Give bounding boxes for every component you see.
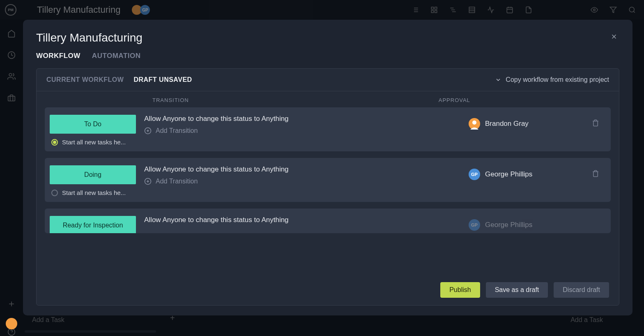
svg-marker-21: [610, 7, 616, 13]
status-chip[interactable]: Doing: [50, 165, 136, 184]
plus-icon[interactable]: [7, 300, 16, 308]
svg-rect-8: [435, 11, 437, 13]
topbar-right-icons: [591, 6, 636, 14]
approver-avatar[interactable]: [469, 118, 480, 130]
save-draft-button[interactable]: Save as a draft: [486, 282, 548, 298]
tab-workflow[interactable]: WORKFLOW: [36, 52, 80, 60]
status-row: To Do Start all new tasks he... Allow An…: [45, 107, 611, 151]
panel-header: CURRENT WORKFLOW DRAFT UNSAVED Copy work…: [37, 69, 619, 91]
radio-icon: [51, 139, 58, 146]
panel-footer: Publish Save as a draft Discard draft: [37, 275, 619, 305]
status-chip[interactable]: To Do: [50, 115, 136, 134]
plus-circle-icon: [144, 178, 152, 185]
left-sidebar: [0, 20, 23, 336]
modal-title: Tillery Manufacturing: [36, 31, 143, 44]
svg-point-20: [593, 9, 596, 11]
copy-workflow-label: Copy workflow from existing project: [506, 76, 609, 83]
svg-rect-6: [431, 7, 433, 9]
trash-icon: [592, 169, 599, 178]
publish-button[interactable]: Publish: [440, 282, 480, 298]
transition-rule: Allow Anyone to change this status to An…: [144, 216, 460, 224]
calendar-icon[interactable]: [506, 6, 513, 14]
approver-avatar[interactable]: GP: [469, 169, 480, 180]
panel-tab-current[interactable]: CURRENT WORKFLOW: [46, 76, 124, 83]
list-icon[interactable]: [412, 6, 419, 14]
file-icon[interactable]: [525, 6, 532, 14]
table-icon[interactable]: [468, 6, 476, 14]
svg-rect-9: [431, 11, 433, 13]
tab-automation[interactable]: AUTOMATION: [92, 52, 141, 60]
filter-icon[interactable]: [610, 6, 617, 14]
close-icon: [610, 33, 618, 40]
radio-label: Start all new tasks he...: [62, 139, 126, 146]
app-logo: PM: [5, 4, 16, 16]
briefcase-icon[interactable]: [7, 94, 16, 102]
add-transition-label: Add Transition: [156, 178, 198, 185]
user-avatar[interactable]: [6, 318, 17, 329]
column-headers: TRANSITION APPROVAL: [37, 91, 619, 107]
status-chip[interactable]: Ready for Inspection: [50, 216, 136, 233]
svg-line-23: [633, 11, 635, 12]
svg-rect-13: [469, 7, 475, 13]
delete-status-button[interactable]: [592, 165, 603, 179]
status-rows: To Do Start all new tasks he... Allow An…: [37, 107, 619, 275]
trash-icon: [592, 119, 599, 127]
transition-rule: Allow Anyone to change this status to An…: [144, 165, 460, 174]
gantt-icon[interactable]: [449, 6, 457, 14]
radio-label: Start all new tasks he...: [62, 189, 126, 196]
approver-name: George Phillips: [485, 170, 532, 178]
svg-point-22: [629, 7, 634, 12]
status-row: Ready for Inspection Allow Anyone to cha…: [45, 209, 611, 233]
activity-icon[interactable]: [487, 6, 494, 14]
close-button[interactable]: [609, 31, 619, 44]
svg-point-25: [9, 74, 12, 76]
plus-circle-icon: [144, 127, 152, 134]
app-topbar: PM Tillery Manufacturing GP: [0, 0, 644, 20]
svg-point-36: [472, 120, 476, 125]
svg-rect-26: [8, 96, 15, 101]
users-icon[interactable]: [7, 72, 16, 81]
delete-status-button[interactable]: [592, 216, 603, 220]
modal-tabs: WORKFLOW AUTOMATION: [36, 52, 143, 60]
add-transition-button[interactable]: Add Transition: [144, 178, 460, 185]
transition-rule: Allow Anyone to change this status to An…: [144, 115, 460, 123]
chevron-down-icon: [495, 76, 501, 83]
approver-name: George Phillips: [485, 221, 532, 229]
board-icon[interactable]: [430, 6, 438, 14]
add-transition-button[interactable]: Add Transition: [144, 127, 460, 134]
col-header-approval: APPROVAL: [439, 97, 470, 103]
eye-icon[interactable]: [591, 6, 598, 14]
approver-name: Brandon Gray: [485, 120, 529, 128]
bg-scrollbar: [25, 330, 156, 333]
add-transition-label: Add Transition: [156, 127, 198, 134]
home-icon[interactable]: [7, 30, 16, 38]
panel-tab-draft[interactable]: DRAFT UNSAVED: [133, 76, 192, 83]
radio-icon: [51, 190, 58, 196]
approver-avatar[interactable]: GP: [469, 219, 480, 231]
svg-rect-16: [507, 7, 513, 13]
app-title: Tillery Manufacturing: [37, 5, 120, 15]
bg-add-task-left: Add a Task: [32, 316, 64, 324]
start-tasks-radio[interactable]: Start all new tasks he...: [50, 189, 136, 196]
clock-icon[interactable]: [7, 51, 16, 59]
search-icon[interactable]: [628, 6, 636, 14]
avatar[interactable]: GP: [140, 5, 150, 15]
discard-draft-button[interactable]: Discard draft: [554, 282, 609, 298]
bg-add-task-right: Add a Task: [570, 316, 603, 324]
workflow-modal: Tillery Manufacturing WORKFLOW AUTOMATIO…: [23, 20, 632, 315]
status-row: Doing Start all new tasks he... Allow An…: [45, 158, 611, 202]
delete-status-button[interactable]: [592, 115, 603, 129]
col-header-transition: TRANSITION: [152, 97, 189, 103]
topbar-view-icons: [412, 6, 532, 14]
copy-workflow-link[interactable]: Copy workflow from existing project: [495, 76, 609, 83]
start-tasks-radio[interactable]: Start all new tasks he...: [50, 139, 136, 146]
topbar-avatars: GP: [133, 5, 150, 15]
svg-rect-7: [435, 7, 437, 9]
workflow-panel: CURRENT WORKFLOW DRAFT UNSAVED Copy work…: [36, 68, 619, 306]
